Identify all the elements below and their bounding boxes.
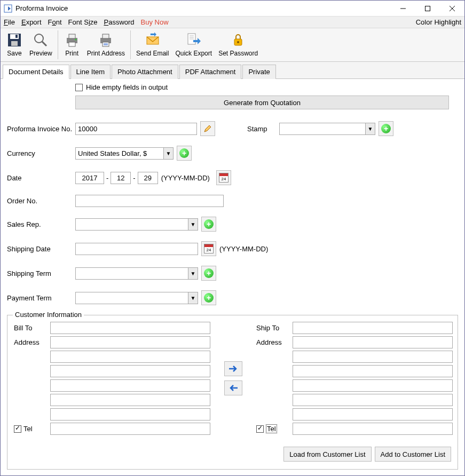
customer-info-legend: Customer Information [13,311,84,319]
ship-addr-2[interactable] [293,351,453,363]
print-button[interactable]: Print [60,30,84,59]
bill-addr-4[interactable] [50,379,210,392]
bill-tel-input[interactable] [50,423,210,435]
ship-to-input[interactable] [293,322,453,334]
ship-tel-input[interactable] [293,423,453,435]
bill-tel-label: Tel [23,425,33,433]
email-icon [144,31,161,49]
lock-icon [230,31,247,49]
minimize-button[interactable] [391,1,415,16]
edit-invoice-no-button[interactable] [200,121,215,136]
calendar-icon: 24 [204,244,214,253]
customer-info-fieldset: Customer Information Bill To Ship To Add… [7,315,458,470]
generate-from-quotation-button[interactable]: Generate from Quotation [75,96,449,109]
ship-addr-3[interactable] [293,365,453,377]
hide-empty-checkbox[interactable] [75,84,83,91]
bill-to-input[interactable] [50,322,210,334]
menu-colorhighlight[interactable]: Color Highlight [416,18,461,26]
plus-icon: + [381,124,391,133]
date-month-input[interactable] [111,172,131,184]
tab-private[interactable]: Private [242,65,275,79]
add-sales-rep-button[interactable]: + [201,217,216,232]
add-to-customer-list-button[interactable]: Add to Customer List [375,447,451,462]
quick-export-button[interactable]: Quick Export [172,30,215,59]
copy-bill-to-ship-button[interactable] [224,361,242,376]
window-title: Proforma Invoice [15,4,68,12]
bill-addr-1[interactable] [50,336,210,348]
shipping-term-combo[interactable]: ▼ [75,267,198,280]
payment-term-combo[interactable]: ▼ [75,292,198,304]
plus-icon: + [204,219,214,229]
menu-buynow[interactable]: Buy Now [141,18,169,26]
svg-rect-2 [425,6,430,11]
sales-rep-label: Sales Rep. [7,220,75,228]
stamp-combo[interactable]: ▼ [279,123,375,135]
bill-addr-2[interactable] [50,351,210,363]
copy-ship-to-bill-button[interactable] [224,380,242,395]
maximize-button[interactable] [415,1,440,16]
set-password-button[interactable]: Set Password [215,30,261,59]
currency-combo[interactable]: United States Dollar, $ ▼ [75,147,174,160]
magnifier-icon [32,31,49,49]
menu-file[interactable]: File [4,18,15,26]
close-button[interactable] [440,1,464,16]
date-year-input[interactable] [75,172,104,184]
ship-tel-checkbox[interactable] [256,425,264,433]
app-icon [4,4,12,13]
date-day-input[interactable] [138,172,158,184]
date-picker-button[interactable]: 24 [216,170,231,185]
export-icon [185,31,202,49]
currency-label: Currency [7,149,75,157]
tab-document-details[interactable]: Document Details [3,65,69,79]
ship-addr-5[interactable] [293,394,453,406]
svg-line-10 [42,42,46,46]
menu-password[interactable]: Password [104,18,135,26]
add-shipping-term-button[interactable]: + [201,266,216,281]
add-stamp-button[interactable]: + [379,121,393,136]
menu-fontsize[interactable]: Font Size [68,18,98,26]
invoice-no-input[interactable] [75,123,197,135]
bill-tel-checkbox[interactable] [14,425,21,433]
sales-rep-combo[interactable]: ▼ [75,218,198,231]
print-address-button[interactable]: Print Address [84,30,128,59]
svg-point-14 [75,39,76,41]
order-no-input[interactable] [75,195,224,207]
svg-rect-7 [11,41,18,46]
hide-empty-label: Hide empty fields in output [86,83,168,91]
add-currency-button[interactable]: + [177,146,192,161]
ship-addr-4[interactable] [293,379,453,392]
preview-button[interactable]: Preview [26,30,56,59]
shipping-date-picker-button[interactable]: 24 [201,241,216,256]
chevron-down-icon: ▼ [188,292,198,304]
calendar-icon: 24 [219,173,228,183]
arrow-left-icon [228,384,239,392]
arrow-right-icon [228,365,239,372]
bill-addr-6[interactable] [50,408,210,421]
tab-pdf-attachment[interactable]: PDF Attachment [179,65,242,79]
tab-line-item[interactable]: Line Item [70,65,111,79]
plus-icon: + [204,293,214,303]
printer-address-icon [97,31,114,49]
ship-addr-6[interactable] [293,408,453,421]
bill-addr-3[interactable] [50,365,210,377]
tabstrip: Document Details Line Item Photo Attachm… [1,62,464,79]
bill-addr-5[interactable] [50,394,210,406]
menu-export[interactable]: Export [21,18,42,26]
svg-rect-17 [103,42,109,46]
load-from-customer-list-button[interactable]: Load from Customer List [283,447,371,462]
toolbar: Save Preview Print Print Address [1,28,464,62]
shipping-date-input[interactable] [75,243,198,255]
plus-icon: + [204,268,214,278]
svg-rect-13 [69,42,75,46]
chevron-down-icon: ▼ [365,123,375,134]
titlebar: Proforma Invoice [1,1,464,17]
save-button[interactable]: Save [3,30,26,59]
menu-font[interactable]: Font [48,18,62,26]
svg-point-26 [237,41,239,43]
tab-photo-attachment[interactable]: Photo Attachment [112,65,178,79]
add-payment-term-button[interactable]: + [201,290,216,305]
send-email-button[interactable]: Send Email [133,30,172,59]
svg-rect-16 [103,34,109,38]
ship-addr-1[interactable] [293,336,453,348]
tab-content: Hide empty fields in output Generate fro… [1,79,464,475]
